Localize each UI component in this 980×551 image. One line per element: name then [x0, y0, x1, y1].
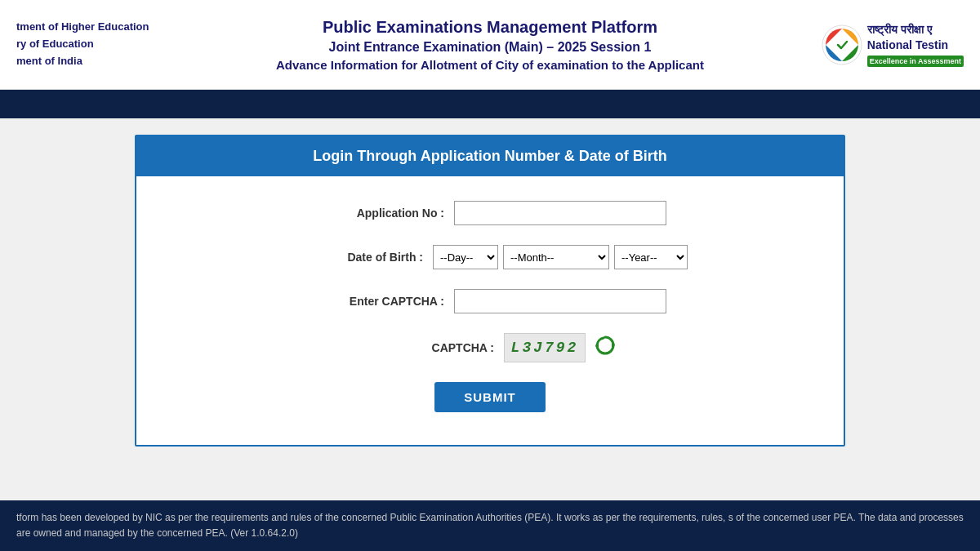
refresh-icon — [594, 334, 617, 357]
submit-row: SUBMIT — [169, 382, 811, 412]
captcha-display-row: CAPTCHA : L3J792 — [169, 333, 811, 362]
login-card-body: Application No : Date of Birth : --Day--… — [136, 176, 844, 445]
application-no-input[interactable] — [454, 201, 666, 225]
captcha-input-row: Enter CAPTCHA : — [169, 289, 811, 313]
svg-point-1 — [834, 37, 850, 53]
nta-hindi: राष्ट्रीय परीक्षा ए — [867, 23, 932, 36]
page-header: tment of Higher Education ry of Educatio… — [0, 0, 980, 90]
sub-title: Joint Entrance Examination (Main) – 2025… — [196, 40, 784, 55]
dob-label: Date of Birth : — [292, 251, 423, 264]
captcha-refresh-button[interactable] — [594, 334, 617, 362]
page-footer: tform has been developed by NIC as per t… — [0, 500, 980, 551]
footer-text: tform has been developed by NIC as per t… — [16, 512, 964, 539]
nta-logo-text: राष्ट्रीय परीक्षा ए National Testin Exce… — [867, 22, 964, 68]
login-card-header: Login Through Application Number & Date … — [136, 136, 844, 176]
ministry-info: tment of Higher Education ry of Educatio… — [16, 19, 180, 69]
header-center: Public Examinations Management Platform … — [180, 18, 800, 72]
captcha-input[interactable] — [454, 289, 666, 313]
captcha-label: CAPTCHA : — [363, 341, 494, 354]
dob-selects: --Day-- 0102030405 0607080910 1112131415… — [433, 245, 688, 269]
nta-english: National Testin — [867, 38, 948, 51]
dob-month-select[interactable]: --Month-- JanuaryFebruaryMarchApril MayJ… — [503, 245, 609, 269]
header-right: राष्ट्रीय परीक्षा ए National Testin Exce… — [800, 22, 964, 68]
main-content: Login Through Application Number & Date … — [0, 118, 980, 463]
nta-logo-icon — [822, 24, 862, 65]
login-card: Login Through Application Number & Date … — [135, 135, 845, 447]
application-no-label: Application No : — [314, 207, 444, 220]
ministry-line3: ment of India — [16, 55, 82, 67]
ministry-line1: tment of Higher Education — [16, 20, 149, 33]
captcha-input-label: Enter CAPTCHA : — [314, 295, 444, 308]
nta-excellence: Excellence in Assessment — [867, 56, 964, 68]
navy-bar — [0, 90, 980, 118]
captcha-display: L3J792 — [504, 333, 617, 362]
nta-logo: राष्ट्रीय परीक्षा ए National Testin Exce… — [822, 22, 964, 68]
application-no-row: Application No : — [169, 201, 811, 225]
dob-row: Date of Birth : --Day-- 0102030405 06070… — [169, 245, 811, 269]
main-title: Public Examinations Management Platform — [196, 18, 784, 37]
submit-button[interactable]: SUBMIT — [434, 382, 546, 412]
desc-title: Advance Information for Allotment of Cit… — [196, 58, 784, 72]
dob-day-select[interactable]: --Day-- 0102030405 0607080910 1112131415… — [433, 245, 498, 269]
captcha-image: L3J792 — [504, 333, 586, 362]
ministry-line2: ry of Education — [16, 38, 94, 50]
dob-year-select[interactable]: --Year-- 19951996199719981999 2000200120… — [614, 245, 688, 269]
